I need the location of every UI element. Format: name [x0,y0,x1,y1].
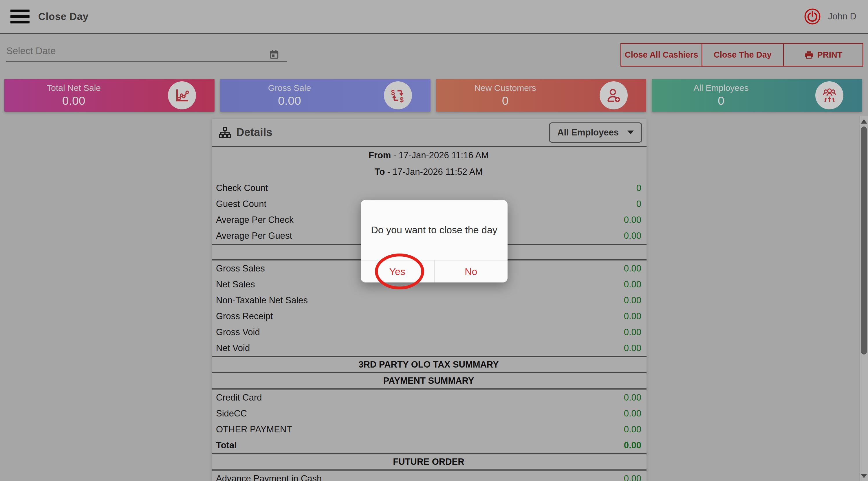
close-day-dialog: Do you want to close the day Yes No [361,200,507,283]
dialog-message: Do you want to close the day [361,200,507,260]
dialog-no-button[interactable]: No [435,260,508,283]
dialog-yes-button[interactable]: Yes [361,260,434,283]
